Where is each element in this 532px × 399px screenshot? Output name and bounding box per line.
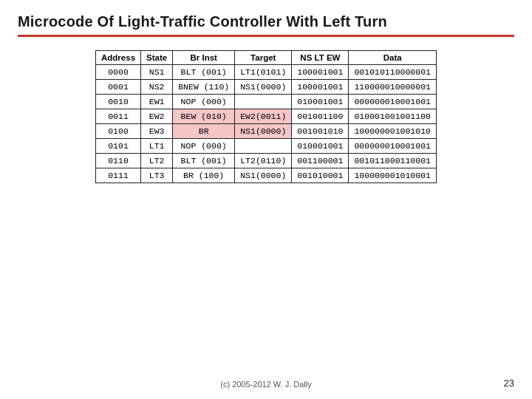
footer: (c) 2005-2012 W. J. Dally: [0, 380, 532, 389]
cell-data: 000000010001001: [349, 95, 437, 109]
cell-br-inst: NOP (000): [173, 139, 235, 154]
cell-ns-lt-ew: 001001010: [292, 124, 349, 139]
page-number: 23: [504, 378, 514, 389]
cell-target: EW2(0011): [235, 109, 292, 124]
cell-ns-lt-ew: 001001100: [292, 109, 349, 124]
cell-ns-lt-ew: 010001001: [292, 95, 349, 109]
cell-br-inst: BLT (001): [173, 65, 235, 80]
cell-ns-lt-ew: 001010001: [292, 168, 349, 183]
cell-address: 0100: [96, 124, 141, 139]
table-body: 0000NS1BLT (001)LT1(0101)100001001001010…: [96, 65, 437, 183]
table-wrapper: Address State Br Inst Target NS LT EW Da…: [18, 50, 514, 183]
cell-target: NS1(0000): [235, 80, 292, 95]
table-row: 0111LT3BR (100)NS1(0000)0010100011000000…: [96, 168, 437, 183]
microcode-table: Address State Br Inst Target NS LT EW Da…: [95, 50, 437, 183]
cell-ns-lt-ew: 100001001: [292, 80, 349, 95]
cell-address: 0011: [96, 109, 141, 124]
cell-address: 0010: [96, 95, 141, 109]
table-row: 0001NS2BNEW (110)NS1(0000)10000100111000…: [96, 80, 437, 95]
cell-br-inst: BNEW (110): [173, 80, 235, 95]
cell-state: EW3: [141, 124, 173, 139]
cell-address: 0101: [96, 139, 141, 154]
table-row: 0100EW3BRNS1(0000)0010010101000000010010…: [96, 124, 437, 139]
cell-target: NS1(0000): [235, 168, 292, 183]
cell-data: 000000010001001: [349, 139, 437, 154]
cell-br-inst: NOP (000): [173, 95, 235, 109]
cell-state: EW1: [141, 95, 173, 109]
cell-target: LT2(0110): [235, 154, 292, 168]
table-row: 0010EW1NOP (000)010001001000000010001001: [96, 95, 437, 109]
cell-target: [235, 139, 292, 154]
cell-address: 0111: [96, 168, 141, 183]
col-target: Target: [235, 51, 292, 65]
col-br-inst: Br Inst: [173, 51, 235, 65]
title-underline: [18, 35, 514, 37]
table-header-row: Address State Br Inst Target NS LT EW Da…: [96, 51, 437, 65]
cell-br-inst: BR: [173, 124, 235, 139]
cell-data: 001010110000001: [349, 65, 437, 80]
cell-ns-lt-ew: 010001001: [292, 139, 349, 154]
cell-state: NS1: [141, 65, 173, 80]
cell-address: 0001: [96, 80, 141, 95]
cell-state: LT1: [141, 139, 173, 154]
copyright-text: (c) 2005-2012 W. J. Dally: [220, 380, 312, 389]
table-row: 0110LT2BLT (001)LT2(0110)001100001001011…: [96, 154, 437, 168]
cell-ns-lt-ew: 001100001: [292, 154, 349, 168]
cell-br-inst: BLT (001): [173, 154, 235, 168]
table-row: 0000NS1BLT (001)LT1(0101)100001001001010…: [96, 65, 437, 80]
cell-data: 100000001001010: [349, 124, 437, 139]
cell-data: 001011000110001: [349, 154, 437, 168]
col-ns-lt-ew: NS LT EW: [292, 51, 349, 65]
cell-target: [235, 95, 292, 109]
cell-ns-lt-ew: 100001001: [292, 65, 349, 80]
cell-br-inst: BR (100): [173, 168, 235, 183]
cell-target: NS1(0000): [235, 124, 292, 139]
cell-address: 0110: [96, 154, 141, 168]
cell-data: 110000010000001: [349, 80, 437, 95]
col-state: State: [141, 51, 173, 65]
table-row: 0011EW2BEW (010)EW2(0011)001001100010001…: [96, 109, 437, 124]
cell-state: LT2: [141, 154, 173, 168]
col-address: Address: [96, 51, 141, 65]
col-data: Data: [349, 51, 437, 65]
cell-data: 100000001010001: [349, 168, 437, 183]
table-row: 0101LT1NOP (000)010001001000000010001001: [96, 139, 437, 154]
slide: Microcode Of Light-Traffic Controller Wi…: [0, 0, 532, 399]
cell-br-inst: BEW (010): [173, 109, 235, 124]
cell-state: LT3: [141, 168, 173, 183]
cell-state: EW2: [141, 109, 173, 124]
cell-target: LT1(0101): [235, 65, 292, 80]
cell-address: 0000: [96, 65, 141, 80]
cell-data: 010001001001100: [349, 109, 437, 124]
slide-title: Microcode Of Light-Traffic Controller Wi…: [18, 13, 514, 30]
cell-state: NS2: [141, 80, 173, 95]
